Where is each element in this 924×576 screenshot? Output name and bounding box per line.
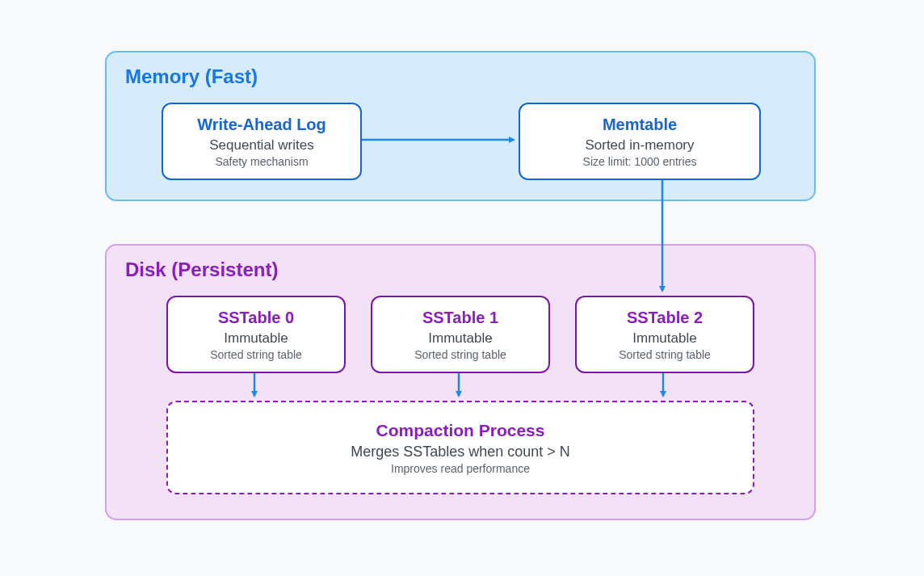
wal-small: Safety mechanism — [215, 155, 308, 168]
sstable-1-small: Sorted string table — [414, 348, 506, 361]
sstable-2-sub: Immutable — [632, 330, 696, 347]
disk-panel: Disk (Persistent) SSTable 0 Immutable So… — [105, 244, 816, 520]
sstable-2-small: Sorted string table — [619, 348, 711, 361]
sstable-2-card: SSTable 2 Immutable Sorted string table — [575, 296, 754, 373]
compaction-title: Compaction Process — [376, 421, 545, 440]
sstable-2-title: SSTable 2 — [627, 309, 703, 327]
sstable-0-small: Sorted string table — [210, 348, 302, 361]
memtable-sub: Sorted in-memory — [585, 137, 694, 153]
compaction-small: Improves read performance — [391, 462, 530, 475]
sstable-0-title: SSTable 0 — [218, 309, 294, 327]
memory-panel-title: Memory (Fast) — [125, 65, 258, 88]
wal-card: Write-Ahead Log Sequential writes Safety… — [162, 103, 362, 180]
memtable-card: Memtable Sorted in-memory Size limit: 10… — [519, 103, 761, 180]
compaction-card: Compaction Process Merges SSTables when … — [166, 401, 754, 494]
sstable-0-sub: Immutable — [224, 330, 288, 347]
sstable-0-card: SSTable 0 Immutable Sorted string table — [166, 296, 346, 373]
wal-title: Write-Ahead Log — [197, 116, 326, 134]
compaction-sub: Merges SSTables when count > N — [351, 444, 570, 460]
memtable-title: Memtable — [603, 116, 677, 134]
sstable-1-sub: Immutable — [428, 330, 492, 347]
memory-panel: Memory (Fast) Write-Ahead Log Sequential… — [105, 51, 816, 201]
sstable-1-title: SSTable 1 — [422, 309, 498, 327]
disk-panel-title: Disk (Persistent) — [125, 259, 278, 281]
sstable-1-card: SSTable 1 Immutable Sorted string table — [371, 296, 550, 373]
wal-sub: Sequential writes — [209, 137, 313, 153]
memtable-small: Size limit: 1000 entries — [583, 155, 697, 168]
